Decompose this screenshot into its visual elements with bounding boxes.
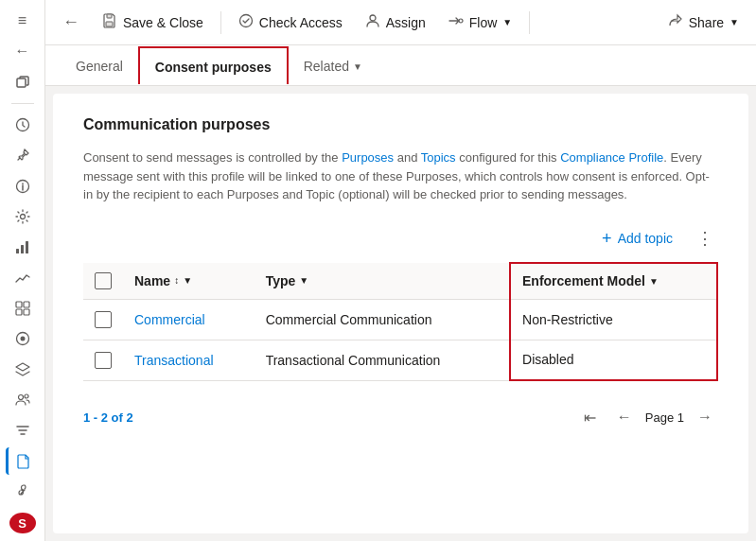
row2-type: Transactional Communication — [255, 340, 510, 380]
trend-icon[interactable] — [6, 264, 40, 290]
check-access-label: Check Access — [259, 15, 343, 30]
layers-icon[interactable] — [6, 356, 40, 382]
tab-general[interactable]: General — [61, 45, 138, 85]
clock-icon[interactable] — [6, 112, 40, 138]
gear-icon[interactable] — [6, 203, 40, 230]
toggle-icon[interactable] — [6, 325, 40, 352]
row1-enforcement: Non-Restrictive — [510, 299, 717, 340]
document-active-icon[interactable] — [6, 447, 40, 474]
info-text: Consent to send messages is controlled b… — [83, 148, 718, 204]
menu-icon[interactable]: ≡ — [6, 8, 40, 34]
settings2-icon[interactable] — [6, 417, 40, 444]
svg-point-13 — [18, 394, 23, 399]
add-topic-button[interactable]: + Add topic — [590, 223, 684, 254]
share-button[interactable]: Share ▼ — [659, 8, 748, 37]
first-page-button[interactable]: ⇤ — [577, 404, 604, 430]
toolbar-divider-1 — [220, 11, 221, 34]
main-panel: ← Save & Close Check Access Assign Flow — [45, 0, 756, 541]
flow-button[interactable]: Flow ▼ — [439, 8, 521, 37]
row1-name-link[interactable]: Commercial — [134, 312, 205, 327]
row1-checkbox[interactable] — [95, 311, 112, 328]
check-access-button[interactable]: Check Access — [229, 8, 352, 37]
toolbar: ← Save & Close Check Access Assign Flow — [45, 0, 756, 45]
name-sort-icon: ↕ — [174, 275, 179, 286]
svg-point-18 — [370, 15, 376, 21]
user-avatar[interactable]: S — [9, 513, 36, 533]
page-count-highlight: 1 - 2 of 2 — [83, 410, 133, 425]
svg-rect-4 — [16, 249, 19, 253]
svg-rect-9 — [16, 309, 22, 315]
flow-label: Flow — [469, 15, 498, 30]
add-topic-label: Add topic — [618, 231, 673, 246]
more-options-button[interactable]: ⋮ — [692, 225, 718, 252]
content-area: Communication purposes Consent to send m… — [53, 94, 748, 533]
svg-point-14 — [25, 394, 28, 398]
compliance-profile-link[interactable]: Compliance Profile — [560, 150, 663, 165]
share-chevron-icon: ▼ — [730, 17, 739, 27]
svg-rect-10 — [24, 309, 29, 315]
row1-type: Commercial Communication — [255, 299, 510, 340]
section-title: Communication purposes — [83, 116, 718, 133]
tab-consent-purposes[interactable]: Consent purposes — [138, 46, 289, 84]
svg-point-17 — [239, 15, 252, 27]
flow-icon — [448, 13, 464, 31]
people-icon[interactable] — [6, 387, 40, 413]
chart-icon[interactable] — [6, 234, 40, 260]
page-count: 1 - 2 of 2 — [83, 410, 133, 425]
pin-icon[interactable] — [6, 142, 40, 168]
table-row: Transactional Transactional Communicatio… — [83, 340, 717, 380]
svg-rect-16 — [106, 22, 113, 26]
enforcement-column-header[interactable]: Enforcement Model ▼ — [510, 263, 717, 300]
select-all-header — [83, 263, 123, 300]
sidebar-divider-1 — [11, 103, 34, 104]
add-icon: + — [602, 229, 612, 249]
related-chevron-icon: ▼ — [353, 61, 362, 72]
row1-select[interactable] — [83, 299, 123, 340]
share-label: Share — [689, 15, 724, 30]
svg-point-12 — [20, 337, 25, 341]
sidebar: ≡ ← S — [0, 0, 45, 541]
row2-select[interactable] — [83, 340, 123, 380]
next-page-button[interactable]: → — [692, 404, 718, 430]
row2-name-link[interactable]: Transactional — [134, 353, 214, 368]
grid-icon[interactable] — [6, 295, 40, 322]
type-column-header[interactable]: Type ▼ — [255, 263, 510, 300]
row2-name: Transactional — [123, 340, 255, 380]
svg-rect-15 — [107, 14, 112, 18]
tab-related[interactable]: Related ▼ — [289, 45, 378, 85]
info-icon[interactable] — [6, 172, 40, 199]
name-column-header[interactable]: Name ↕ ▼ — [123, 263, 255, 300]
assign-icon — [365, 13, 380, 31]
restore-window-icon[interactable] — [6, 69, 40, 96]
back-button[interactable]: ← — [53, 7, 89, 38]
type-chevron-icon: ▼ — [299, 275, 308, 286]
row2-enforcement: Disabled — [510, 340, 717, 380]
back-nav-icon[interactable]: ← — [6, 38, 40, 64]
table-row: Commercial Commercial Communication Non-… — [83, 299, 717, 340]
row1-name: Commercial — [123, 299, 255, 340]
prev-page-button[interactable]: ← — [611, 404, 638, 430]
save-close-button[interactable]: Save & Close — [93, 8, 213, 37]
row2-checkbox[interactable] — [95, 352, 112, 369]
select-all-checkbox[interactable] — [95, 272, 112, 289]
assign-button[interactable]: Assign — [356, 8, 435, 37]
check-access-icon — [238, 13, 254, 31]
type-sort-header[interactable]: Type ▼ — [266, 273, 498, 288]
table-toolbar: + Add topic ⋮ — [83, 223, 718, 254]
name-sort-header[interactable]: Name ↕ ▼ — [134, 273, 243, 288]
toolbar-divider-2 — [529, 11, 530, 34]
flow-chevron-icon: ▼ — [502, 17, 512, 27]
svg-point-3 — [20, 214, 25, 218]
topics-link[interactable]: Topics — [421, 150, 456, 165]
assign-label: Assign — [386, 15, 426, 30]
purposes-link[interactable]: Purposes — [342, 150, 394, 165]
svg-rect-8 — [24, 302, 29, 307]
table-header-row: Name ↕ ▼ Type ▼ Enforcement Model — [83, 263, 717, 300]
svg-rect-7 — [16, 302, 22, 307]
enforcement-chevron-icon: ▼ — [649, 276, 659, 287]
tab-bar: General Consent purposes Related ▼ — [45, 45, 756, 86]
data-table: Name ↕ ▼ Type ▼ Enforcement Model — [83, 262, 718, 382]
enforcement-sort-header[interactable]: Enforcement Model ▼ — [522, 273, 705, 288]
link-icon[interactable] — [6, 479, 40, 505]
svg-rect-5 — [21, 245, 24, 253]
